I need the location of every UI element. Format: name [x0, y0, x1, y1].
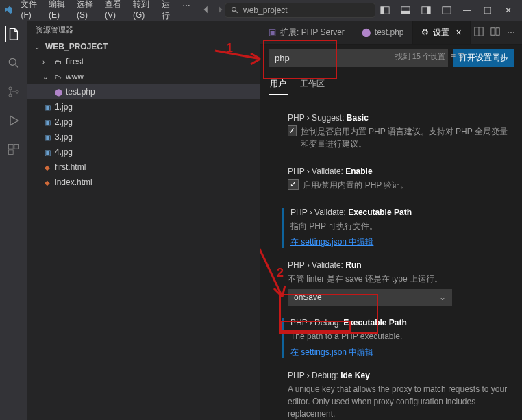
checkbox-suggest-basic[interactable]: ✓	[288, 125, 297, 136]
search-icon	[231, 6, 239, 14]
setting-php-debug-ide-key: PHP › Debug: Ide Key A unique key that a…	[282, 371, 508, 420]
tree-file-index-html[interactable]: ◆index.html	[27, 175, 260, 190]
edit-in-settings-json-link[interactable]: 在 settings.json 中编辑	[290, 237, 373, 247]
annotation-arrow-2	[260, 243, 293, 305]
vscode-logo-icon	[4, 5, 12, 16]
svg-point-14	[16, 90, 18, 93]
layout-toggle-left-icon[interactable]	[375, 3, 395, 18]
tab-close-button[interactable]: ×	[456, 27, 462, 38]
window-minimize-button[interactable]: —	[458, 3, 477, 18]
tree-folder-www[interactable]: ⌄🗁www	[27, 69, 260, 84]
svg-point-10	[9, 58, 16, 65]
editor-tabs: ▣ 扩展: PHP Server ⬤ test.php ⚙ 设置 × ⋯	[260, 21, 522, 45]
setting-desc: 指向 PHP 可执行文件。	[290, 220, 508, 232]
setting-php-suggest-basic: PHP › Suggest: Basic ✓ 控制是否启用内置 PHP 语言建议…	[282, 113, 508, 154]
svg-rect-17	[9, 150, 14, 155]
tab-extension-phpserver[interactable]: ▣ 扩展: PHP Server	[260, 21, 353, 44]
open-settings-json-icon[interactable]	[474, 27, 484, 38]
project-name: WEB_PROJECT	[45, 42, 108, 51]
layout-toggle-right-icon[interactable]	[417, 3, 436, 18]
setting-desc: 不管 linter 是在 save 还是在 type 上运行。	[288, 273, 508, 285]
sidebar-more-icon[interactable]: ⋯	[244, 25, 251, 34]
svg-point-13	[9, 94, 12, 97]
svg-rect-16	[14, 145, 19, 149]
window-maximize-button[interactable]	[478, 3, 497, 18]
svg-rect-21	[496, 27, 499, 35]
activity-extensions-icon[interactable]	[5, 141, 22, 158]
settings-result-count: 找到 15 个设置	[395, 51, 445, 62]
chevron-down-icon: ⌄	[439, 293, 446, 302]
svg-line-1	[236, 11, 238, 13]
command-center-text: web_project	[243, 5, 288, 15]
html-file-icon: ◆	[42, 162, 52, 172]
tree-file-first-html[interactable]: ◆first.html	[27, 160, 260, 175]
split-editor-icon[interactable]	[490, 27, 500, 38]
tree-file-test-php[interactable]: ⬤test.php	[27, 84, 260, 99]
checkbox-validate-enable[interactable]: ✓	[288, 179, 299, 190]
annotation-arrow-1	[212, 48, 267, 69]
image-file-icon: ▣	[42, 102, 52, 112]
layout-toggle-bottom-icon[interactable]	[396, 3, 415, 18]
svg-rect-7	[427, 7, 430, 14]
svg-rect-3	[381, 7, 384, 14]
php-file-icon: ⬤	[53, 87, 63, 97]
nav-forward-button[interactable]	[215, 5, 225, 16]
svg-rect-9	[484, 7, 491, 14]
activity-search-icon[interactable]	[5, 55, 22, 71]
tree-file-3jpg[interactable]: ▣3.jpg	[27, 129, 260, 145]
setting-php-validate-run: PHP › Validate: Run 不管 linter 是在 save 还是…	[282, 260, 508, 306]
php-file-icon: ⬤	[362, 27, 371, 37]
tab-test-php[interactable]: ⬤ test.php	[353, 21, 413, 44]
gear-icon: ⚙	[421, 27, 429, 37]
settings-scope-user[interactable]: 用户	[269, 74, 288, 95]
select-validate-run[interactable]: onSave ⌄	[288, 289, 452, 306]
html-file-icon: ◆	[42, 177, 52, 187]
tab-more-icon[interactable]: ⋯	[507, 27, 515, 37]
edit-in-settings-json-link[interactable]: 在 settings.json 中编辑	[290, 347, 373, 357]
setting-desc: 启用/禁用内置的 PHP 验证。	[303, 179, 408, 191]
tree-file-1jpg[interactable]: ▣1.jpg	[27, 99, 260, 114]
setting-desc: A unique key that allows the proxy to ma…	[288, 383, 508, 420]
folder-icon: 🗀	[53, 57, 63, 66]
tree-file-4jpg[interactable]: ▣4.jpg	[27, 145, 260, 160]
window-close-button[interactable]: ✕	[499, 3, 518, 18]
svg-point-12	[9, 87, 12, 90]
svg-rect-20	[491, 27, 495, 35]
tree-file-2jpg[interactable]: ▣2.jpg	[27, 114, 260, 129]
nav-back-button[interactable]	[201, 5, 211, 16]
setting-php-validate-executable-path: PHP › Validate: Executable Path 指向 PHP 可…	[282, 208, 508, 248]
svg-rect-5	[401, 11, 410, 14]
setting-desc: 控制是否启用内置 PHP 语言建议。支持对 PHP 全局变量和变量进行建议。	[301, 125, 508, 150]
extension-icon: ▣	[269, 27, 276, 37]
setting-php-debug-executable-path: PHP › Debug: Executable Path The path to…	[282, 318, 508, 358]
setting-desc: The path to a PHP executable.	[290, 330, 508, 343]
activity-run-debug-icon[interactable]	[5, 112, 22, 129]
tab-settings[interactable]: ⚙ 设置 ×	[413, 21, 471, 44]
svg-rect-15	[9, 145, 14, 149]
sidebar-title: 资源管理器	[36, 25, 73, 35]
svg-rect-8	[443, 7, 451, 14]
command-center-search[interactable]: web_project	[225, 3, 375, 18]
activity-explorer-icon[interactable]	[5, 26, 21, 42]
svg-line-11	[16, 65, 18, 68]
settings-scope-workspace[interactable]: 工作区	[299, 74, 326, 95]
settings-clear-icon[interactable]: ≡	[451, 51, 456, 61]
image-file-icon: ▣	[42, 117, 52, 127]
settings-filter-icon[interactable]: ▽	[458, 51, 464, 61]
folder-open-icon: 🗁	[53, 72, 63, 82]
svg-point-0	[232, 8, 236, 12]
activity-source-control-icon[interactable]	[5, 84, 22, 100]
layout-customize-icon[interactable]	[437, 3, 456, 18]
image-file-icon: ▣	[42, 132, 52, 142]
setting-php-validate-enable: PHP › Validate: Enable ✓ 启用/禁用内置的 PHP 验证…	[282, 166, 508, 195]
image-file-icon: ▣	[42, 147, 52, 157]
